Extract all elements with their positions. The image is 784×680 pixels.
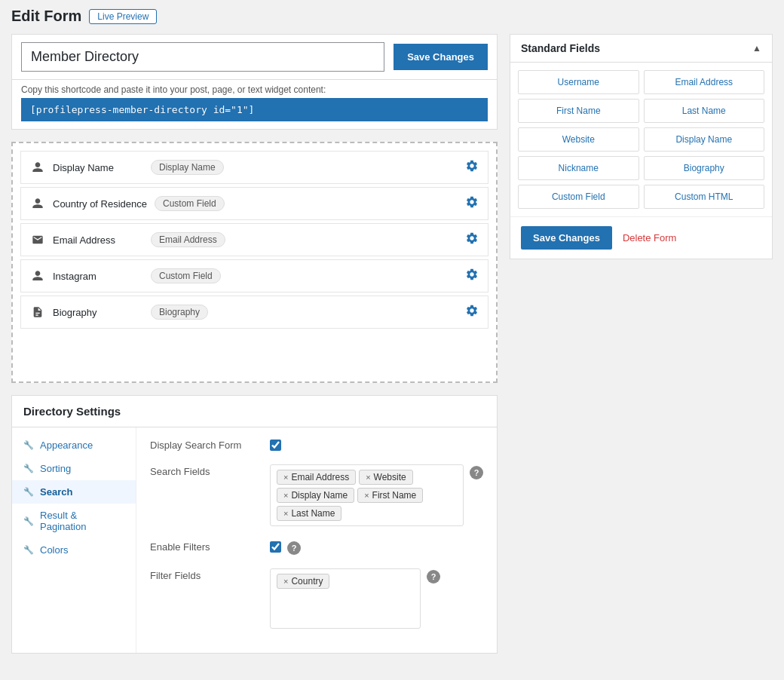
form-title-row: Save Changes bbox=[12, 35, 497, 80]
fields-area: Display Name Display Name Country of Res… bbox=[11, 142, 498, 383]
search-fields-row: Search Fields ×Email Address×Website×Dis… bbox=[150, 464, 483, 526]
standard-field-button[interactable]: Biography bbox=[644, 156, 765, 180]
form-title-input[interactable] bbox=[21, 42, 384, 72]
field-badge: Display Name bbox=[151, 160, 224, 175]
filter-tags-field[interactable]: ×Country bbox=[270, 568, 421, 629]
settings-layout: 🔧 Appearance🔧 Sorting🔧 Search🔧 Result & … bbox=[12, 427, 497, 653]
standard-field-button[interactable]: Website bbox=[518, 127, 639, 152]
filter-fields-row: Filter Fields ×Country ? bbox=[150, 568, 483, 629]
search-fields-control: ×Email Address×Website×Display Name×Firs… bbox=[270, 464, 483, 526]
wrench-icon: 🔧 bbox=[23, 545, 34, 555]
tag-remove-icon[interactable]: × bbox=[283, 509, 288, 518]
field-row: Instagram Custom Field bbox=[20, 259, 488, 293]
tag-label: Display Name bbox=[291, 490, 348, 501]
display-search-form-row: Display Search Form bbox=[150, 438, 483, 451]
enable-filters-control: ? bbox=[270, 540, 483, 555]
tag-label: Last Name bbox=[291, 508, 335, 519]
sidebar-item-label: Colors bbox=[40, 544, 69, 556]
display-search-form-checkbox[interactable] bbox=[270, 440, 281, 451]
settings-sidebar-item[interactable]: 🔧 Result & Pagination bbox=[12, 504, 136, 538]
search-tag[interactable]: ×Website bbox=[359, 470, 413, 485]
settings-sidebar-item[interactable]: 🔧 Sorting bbox=[12, 457, 136, 480]
person-icon bbox=[30, 268, 45, 283]
field-row: Country of Residence Custom Field bbox=[20, 187, 488, 220]
standard-field-button[interactable]: Email Address bbox=[644, 70, 765, 94]
enable-filters-checkbox[interactable] bbox=[270, 541, 281, 553]
standard-field-button[interactable]: Custom HTML bbox=[644, 185, 765, 209]
shortcode-value[interactable]: [profilepress-member-directory id="1"] bbox=[21, 98, 488, 121]
search-tags-field[interactable]: ×Email Address×Website×Display Name×Firs… bbox=[270, 464, 464, 526]
directory-settings-header: Directory Settings bbox=[12, 396, 497, 427]
tag-remove-icon[interactable]: × bbox=[366, 473, 370, 482]
filter-fields-control: ×Country ? bbox=[270, 568, 483, 629]
shortcode-section: Copy this shortcode and paste it into yo… bbox=[12, 80, 497, 129]
display-search-form-label: Display Search Form bbox=[150, 438, 259, 451]
field-gear-icon[interactable] bbox=[465, 304, 479, 320]
enable-filters-label: Enable Filters bbox=[150, 540, 259, 553]
field-badge: Custom Field bbox=[151, 268, 221, 283]
standard-field-button[interactable]: First Name bbox=[518, 99, 639, 123]
standard-field-button[interactable]: Display Name bbox=[644, 127, 765, 152]
person-icon bbox=[30, 196, 45, 211]
email-icon bbox=[30, 232, 45, 247]
page-header: Edit Form Live Preview bbox=[11, 8, 773, 25]
search-fields-help-icon[interactable]: ? bbox=[470, 466, 483, 479]
tag-remove-icon[interactable]: × bbox=[283, 473, 288, 482]
field-gear-icon[interactable] bbox=[465, 268, 479, 284]
field-badge: Biography bbox=[151, 305, 208, 320]
filter-fields-help-icon[interactable]: ? bbox=[427, 570, 440, 584]
settings-sidebar-item[interactable]: 🔧 Colors bbox=[12, 538, 136, 562]
tag-label: Website bbox=[374, 472, 406, 482]
standard-fields-panel: Standard Fields ▲ UsernameEmail AddressF… bbox=[510, 34, 773, 259]
standard-fields-header: Standard Fields ▲ bbox=[510, 35, 772, 63]
tag-remove-icon[interactable]: × bbox=[364, 491, 369, 500]
right-column: Standard Fields ▲ UsernameEmail AddressF… bbox=[510, 34, 773, 268]
live-preview-button[interactable]: Live Preview bbox=[89, 9, 157, 24]
field-badge: Email Address bbox=[151, 232, 225, 247]
standard-field-button[interactable]: Last Name bbox=[644, 99, 765, 123]
sidebar-item-label: Result & Pagination bbox=[40, 510, 124, 532]
search-tag[interactable]: ×Email Address bbox=[277, 470, 356, 485]
collapse-icon[interactable]: ▲ bbox=[752, 43, 761, 54]
field-name: Display Name bbox=[53, 162, 143, 173]
form-title-section: Save Changes Copy this shortcode and pas… bbox=[11, 34, 498, 130]
field-gear-icon[interactable] bbox=[465, 195, 479, 212]
standard-field-button[interactable]: Username bbox=[518, 70, 639, 94]
shortcode-label: Copy this shortcode and paste it into yo… bbox=[21, 84, 488, 95]
save-changes-button-top[interactable]: Save Changes bbox=[394, 44, 488, 70]
settings-sidebar-item[interactable]: 🔧 Search bbox=[12, 480, 136, 504]
tag-label: First Name bbox=[372, 490, 417, 501]
sidebar-item-label: Appearance bbox=[40, 440, 93, 451]
enable-filters-row: Enable Filters ? bbox=[150, 540, 483, 555]
field-row: Biography Biography bbox=[20, 296, 488, 329]
display-search-form-control bbox=[270, 438, 483, 451]
person-icon bbox=[30, 160, 45, 175]
search-tag[interactable]: ×First Name bbox=[357, 488, 423, 503]
filter-tag[interactable]: ×Country bbox=[277, 574, 329, 589]
tag-remove-icon[interactable]: × bbox=[283, 577, 288, 586]
tag-label: Country bbox=[291, 576, 323, 587]
settings-sidebar: 🔧 Appearance🔧 Sorting🔧 Search🔧 Result & … bbox=[12, 427, 136, 653]
tag-label: Email Address bbox=[291, 472, 349, 482]
field-name: Country of Residence bbox=[53, 198, 147, 210]
settings-sidebar-item[interactable]: 🔧 Appearance bbox=[12, 433, 136, 457]
tag-remove-icon[interactable]: × bbox=[283, 491, 288, 500]
wrench-icon: 🔧 bbox=[23, 516, 34, 526]
field-gear-icon[interactable] bbox=[465, 231, 479, 248]
field-name: Instagram bbox=[53, 271, 143, 282]
wrench-icon: 🔧 bbox=[23, 464, 34, 473]
filter-fields-label: Filter Fields bbox=[150, 568, 259, 581]
wrench-icon: 🔧 bbox=[23, 487, 34, 497]
wrench-icon: 🔧 bbox=[23, 440, 34, 450]
sidebar-item-label: Search bbox=[40, 486, 72, 498]
delete-form-link[interactable]: Delete Form bbox=[623, 232, 677, 244]
field-row: Display Name Display Name bbox=[20, 151, 488, 184]
search-tag[interactable]: ×Last Name bbox=[277, 506, 341, 521]
standard-field-button[interactable]: Custom Field bbox=[518, 185, 639, 209]
standard-field-button[interactable]: Nickname bbox=[518, 156, 639, 180]
page-title: Edit Form bbox=[11, 8, 81, 25]
enable-filters-help-icon[interactable]: ? bbox=[287, 541, 301, 555]
field-gear-icon[interactable] bbox=[465, 159, 479, 176]
search-tag[interactable]: ×Display Name bbox=[277, 488, 354, 503]
save-changes-button-right[interactable]: Save Changes bbox=[521, 226, 612, 250]
